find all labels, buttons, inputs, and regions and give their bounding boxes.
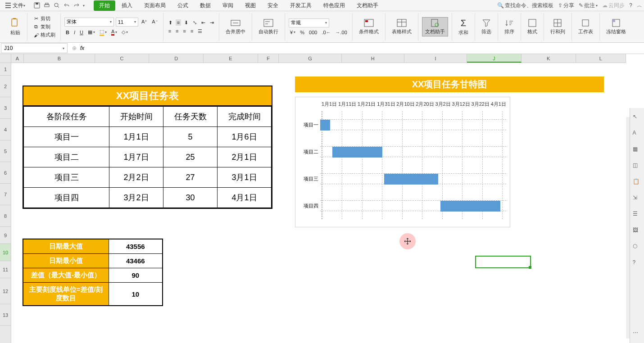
- row-header-4[interactable]: 4: [0, 119, 11, 140]
- distribute-icon[interactable]: ☰: [196, 28, 204, 35]
- row-header-3[interactable]: 3: [0, 97, 11, 119]
- col-header-F[interactable]: F: [258, 54, 279, 63]
- align-right-icon[interactable]: ≡: [182, 28, 187, 34]
- bold-button[interactable]: B: [64, 29, 71, 36]
- col-header-C[interactable]: C: [95, 54, 150, 63]
- clear-format-icon[interactable]: ◇▾: [120, 29, 129, 36]
- col-header-E[interactable]: E: [204, 54, 258, 63]
- shield-icon[interactable]: ⬡: [633, 243, 642, 252]
- col-header-H[interactable]: H: [342, 54, 404, 63]
- comma-icon[interactable]: 000: [308, 29, 318, 36]
- cloud-sync-button[interactable]: ☁云同步: [602, 2, 625, 9]
- row-header-6[interactable]: 6: [0, 162, 11, 184]
- table-cell[interactable]: 2月1日: [218, 147, 272, 167]
- row-header-8[interactable]: 8: [0, 205, 11, 227]
- gantt-bar[interactable]: [320, 120, 330, 131]
- image-panel-icon[interactable]: 🖼: [633, 227, 642, 236]
- table-cell[interactable]: 项目三: [24, 167, 109, 188]
- filter-button[interactable]: 筛选: [479, 18, 494, 36]
- gantt-chart[interactable]: 1月1日1月11日1月21日1月31日2月10日2月20日3月2日3月12日3月…: [295, 97, 510, 227]
- ribbon-tab-2[interactable]: 页面布局: [139, 0, 171, 11]
- align-left-icon[interactable]: ≡: [167, 28, 172, 34]
- decrease-decimal-icon[interactable]: .0←: [320, 29, 332, 36]
- row-header-10[interactable]: 10: [0, 244, 11, 261]
- print-icon[interactable]: [43, 2, 50, 9]
- italic-button[interactable]: I: [73, 29, 77, 36]
- helper-value[interactable]: 90: [109, 268, 163, 283]
- table-cell[interactable]: 2月2日: [109, 167, 163, 188]
- cut-button[interactable]: ✂剪切: [31, 15, 57, 23]
- gantt-bar[interactable]: [332, 147, 382, 158]
- font-size-select[interactable]: 11▾: [116, 18, 138, 27]
- row-header-9[interactable]: 9: [0, 227, 11, 244]
- qat-more-icon[interactable]: ▾: [83, 4, 85, 8]
- table-cell[interactable]: 3月2日: [109, 188, 163, 208]
- number-format-select[interactable]: 常规▾: [289, 18, 329, 27]
- help-button[interactable]: ?: [629, 2, 632, 9]
- fx-cancel-icon[interactable]: ⊕: [72, 45, 77, 51]
- table-cell[interactable]: 项目一: [24, 127, 109, 147]
- border-button[interactable]: ▦▾: [86, 29, 96, 36]
- align-top-icon[interactable]: ⬆: [167, 19, 174, 26]
- help-panel-icon[interactable]: ?: [633, 259, 642, 268]
- ribbon-tab-10[interactable]: 文档助手: [351, 0, 384, 11]
- table-cell[interactable]: 5: [163, 127, 218, 147]
- col-header-G[interactable]: G: [279, 54, 341, 63]
- freeze-panes-button[interactable]: 冻结窗格: [603, 18, 629, 36]
- table-cell[interactable]: 项目四: [24, 188, 109, 208]
- ribbon-tab-9[interactable]: 特色应用: [318, 0, 350, 11]
- ribbon-tab-4[interactable]: 数据: [195, 0, 216, 11]
- cell-grid[interactable]: XX项目任务表 各阶段任务开始时间任务天数完成时间项目一1月1日51月6日项目二…: [11, 63, 626, 343]
- font-color-button[interactable]: A▾: [110, 28, 118, 36]
- ribbon-tab-0[interactable]: 开始: [94, 0, 115, 11]
- orientation-icon[interactable]: ⤡: [191, 19, 198, 26]
- increase-font-icon[interactable]: A⁺: [140, 18, 149, 25]
- gantt-bar[interactable]: [384, 174, 438, 185]
- row-header-11[interactable]: 11: [0, 261, 11, 278]
- vertical-scrollbar[interactable]: [626, 117, 630, 338]
- row-header-1[interactable]: 1: [0, 63, 11, 76]
- row-header-5[interactable]: 5: [0, 140, 11, 162]
- wrap-text-button[interactable]: 自动换行: [256, 18, 281, 36]
- redo-icon[interactable]: [73, 2, 80, 9]
- currency-icon[interactable]: ¥▾: [289, 29, 297, 36]
- object-icon[interactable]: ◫: [633, 162, 642, 171]
- clipboard-panel-icon[interactable]: 📋: [633, 178, 642, 187]
- row-header-2[interactable]: 2: [0, 76, 11, 97]
- decrease-font-icon[interactable]: A⁻: [150, 18, 159, 25]
- name-box[interactable]: J10▾: [1, 43, 68, 53]
- paste-button[interactable]: 粘贴: [7, 17, 23, 37]
- align-middle-icon[interactable]: ≡: [176, 19, 181, 26]
- col-header-A[interactable]: A: [11, 54, 24, 63]
- table-panel-icon[interactable]: ▦: [633, 146, 642, 155]
- row-header-12[interactable]: 12: [0, 278, 11, 304]
- collapse-ribbon-icon[interactable]: ︿: [637, 2, 642, 9]
- align-bottom-icon[interactable]: ⬇: [183, 19, 190, 26]
- indent-decrease-icon[interactable]: ⇤: [200, 19, 207, 26]
- table-cell[interactable]: 项目二: [24, 147, 109, 167]
- conditional-format-button[interactable]: 条件格式: [356, 18, 381, 36]
- ribbon-tab-6[interactable]: 视图: [240, 0, 261, 11]
- col-header-D[interactable]: D: [149, 54, 204, 63]
- merge-center-button[interactable]: 合并居中: [223, 18, 248, 36]
- indent-increase-icon[interactable]: ⇥: [209, 19, 215, 26]
- search-commands[interactable]: 🔍查找命令、搜索模板: [497, 2, 553, 9]
- col-header-J[interactable]: J: [467, 54, 522, 63]
- ribbon-tab-8[interactable]: 开发工具: [285, 0, 317, 11]
- increase-decimal-icon[interactable]: →.00: [334, 29, 349, 36]
- row-col-button[interactable]: 行和列: [548, 18, 568, 36]
- worksheet-button[interactable]: 工作表: [576, 18, 596, 36]
- list-icon[interactable]: ☰: [633, 211, 642, 220]
- fill-handle[interactable]: [529, 266, 531, 269]
- helper-value[interactable]: 10: [109, 283, 163, 306]
- style-icon[interactable]: A: [633, 130, 642, 139]
- ribbon-tab-3[interactable]: 公式: [172, 0, 194, 11]
- ribbon-tab-7[interactable]: 安全: [262, 0, 284, 11]
- helper-value[interactable]: 43466: [109, 254, 163, 268]
- table-cell[interactable]: 1月7日: [109, 147, 163, 167]
- formula-input[interactable]: [88, 44, 640, 53]
- select-all-corner[interactable]: [0, 54, 11, 63]
- file-menu[interactable]: 文件 ▾: [2, 2, 29, 9]
- row-header-7[interactable]: 7: [0, 184, 11, 205]
- helper-value[interactable]: 43556: [109, 239, 163, 254]
